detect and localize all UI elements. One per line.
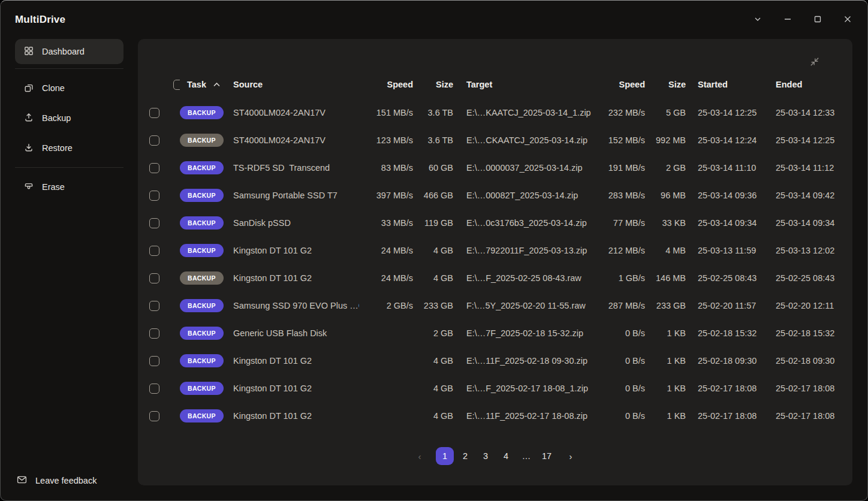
table-row[interactable]: BACKUP ST4000LM024-2AN17V 151 MB/s 3.6 T… <box>138 99 852 126</box>
row-checkbox[interactable] <box>149 411 159 421</box>
sidebar-divider <box>15 68 123 69</box>
task-badge: BACKUP <box>180 382 224 395</box>
row-checkbox[interactable] <box>149 356 159 366</box>
pagination-page-1[interactable]: 1 <box>436 447 454 465</box>
column-size[interactable]: Size <box>413 80 453 89</box>
sidebar-item-backup[interactable]: Backup <box>15 107 79 129</box>
table-row[interactable]: BACKUP ST4000LM024-2AN17V 123 MB/s 3.6 T… <box>138 126 852 154</box>
leave-feedback-label: Leave feedback <box>35 476 97 485</box>
maximize-icon <box>813 15 822 25</box>
sidebar-item-dashboard[interactable]: Dashboard <box>15 39 123 64</box>
column-target[interactable]: Target <box>453 80 595 89</box>
table-row[interactable]: BACKUP Kingston DT 101 G2 4 GB E:\…11F_2… <box>138 402 852 430</box>
row-checkbox[interactable] <box>149 246 159 256</box>
pagination-page-3[interactable]: 3 <box>477 447 495 465</box>
task-badge: BACKUP <box>180 271 224 285</box>
row-target: E:\…CKAATCJ_2025-03-14.zip <box>453 135 595 145</box>
leave-feedback-button[interactable]: Leave feedback <box>16 474 123 487</box>
envelope-icon <box>16 474 28 487</box>
menu-button[interactable] <box>743 1 773 39</box>
row-target-size: 146 MB <box>645 273 686 283</box>
maximize-button[interactable] <box>803 1 833 39</box>
sidebar-spacer <box>15 202 123 474</box>
row-source-size: 4 GB <box>413 384 453 393</box>
titlebar: MultiDrive <box>1 1 867 39</box>
pagination-page-4[interactable]: 4 <box>497 447 515 465</box>
minimize-button[interactable] <box>773 1 803 39</box>
row-ended: 25-03-14 12:33 <box>764 108 852 117</box>
pagination-ellipsis: … <box>517 447 535 465</box>
row-ended: 25-03-14 12:25 <box>764 135 852 145</box>
table-row[interactable]: BACKUP Kingston DT 101 G2 24 MB/s 4 GB E… <box>138 264 852 292</box>
row-checkbox[interactable] <box>149 218 159 228</box>
row-ended: 25-02-17 18:08 <box>764 384 852 393</box>
row-checkbox[interactable] <box>149 191 159 201</box>
row-target-size: 1 KB <box>645 328 686 338</box>
row-checkbox[interactable] <box>149 328 159 339</box>
table-row[interactable]: BACKUP TS-RDF5 SD Transcend 83 MB/s 60 G… <box>138 154 852 182</box>
row-target: E:\…7922011F_2025-03-13.zip <box>453 246 595 255</box>
row-checkbox[interactable] <box>149 301 159 311</box>
table-row[interactable]: BACKUP Samsung SSD 970 EVO Plus …GB 2 GB… <box>138 292 852 319</box>
select-all-checkbox[interactable] <box>173 80 180 90</box>
row-target-speed: 0 B/s <box>595 356 645 366</box>
sidebar-item-label: Backup <box>42 113 71 123</box>
row-source: Kingston DT 101 G2 <box>233 411 359 421</box>
row-source-size: 466 GB <box>413 191 453 200</box>
pagination-prev-button[interactable]: ‹ <box>411 447 429 465</box>
table-row[interactable]: BACKUP Kingston DT 101 G2 4 GB E:\…11F_2… <box>138 347 852 375</box>
row-target-speed: 0 B/s <box>595 328 645 338</box>
table-row[interactable]: BACKUP SanDisk pSSD 33 MB/s 119 GB E:\…0… <box>138 209 852 237</box>
sidebar-item-restore[interactable]: Restore <box>15 137 81 159</box>
table-row[interactable]: BACKUP Generic USB Flash Disk 2 GB E:\…7… <box>138 319 852 347</box>
column-speed[interactable]: Speed <box>359 80 413 89</box>
row-source: Generic USB Flash Disk <box>233 328 359 338</box>
row-checkbox[interactable] <box>149 163 159 173</box>
pagination-page-2[interactable]: 2 <box>456 447 474 465</box>
row-started: 25-02-25 08:43 <box>686 273 764 283</box>
table-row[interactable]: BACKUP Samsung Portable SSD T7 397 MB/s … <box>138 182 852 209</box>
row-source-speed: 123 MB/s <box>359 135 413 145</box>
row-source-size: 3.6 TB <box>413 108 453 117</box>
column-ended[interactable]: Ended <box>764 80 852 89</box>
row-target: E:\…F_2025-02-25 08-43.raw <box>453 273 595 283</box>
row-ended: 25-02-20 12:11 <box>764 301 852 310</box>
table-header: Task Source Speed Size Target Speed Size… <box>138 76 852 93</box>
table-row[interactable]: BACKUP Kingston DT 101 G2 4 GB E:\…F_202… <box>138 375 852 402</box>
task-badge: BACKUP <box>180 327 224 340</box>
row-ended: 25-03-14 09:34 <box>764 218 852 228</box>
row-target-size: 33 KB <box>645 218 686 228</box>
copy-icon <box>23 82 34 95</box>
row-ended: 25-02-18 09:30 <box>764 356 852 366</box>
row-ended: 25-03-13 12:02 <box>764 246 852 255</box>
sidebar: Dashboard Clone Backup <box>1 39 138 500</box>
column-source[interactable]: Source <box>233 80 359 89</box>
sidebar-item-clone[interactable]: Clone <box>15 77 73 99</box>
content-panel: Task Source Speed Size Target Speed Size… <box>138 39 852 485</box>
column-target-speed[interactable]: Speed <box>595 80 645 89</box>
column-started[interactable]: Started <box>686 80 764 89</box>
row-checkbox[interactable] <box>149 273 159 283</box>
row-source: Kingston DT 101 G2 <box>233 384 359 393</box>
download-icon <box>23 142 34 155</box>
column-target-size[interactable]: Size <box>645 80 686 89</box>
task-badge: BACKUP <box>180 244 224 257</box>
row-checkbox[interactable] <box>149 108 159 118</box>
row-target-speed: 0 B/s <box>595 384 645 393</box>
row-checkbox[interactable] <box>149 384 159 394</box>
column-task-sort[interactable]: Task <box>180 80 233 89</box>
row-source-size: 4 GB <box>413 356 453 366</box>
pagination-page-17[interactable]: 17 <box>538 447 556 465</box>
row-target: E:\…0c3176b3_2025-03-14.zip <box>453 218 595 228</box>
task-badge: BACKUP <box>180 189 224 202</box>
collapse-panel-button[interactable] <box>807 55 822 70</box>
row-target-size: 1 KB <box>645 384 686 393</box>
table-row[interactable]: BACKUP Kingston DT 101 G2 24 MB/s 4 GB E… <box>138 237 852 264</box>
row-checkbox[interactable] <box>149 135 159 146</box>
sidebar-item-erase[interactable]: Erase <box>15 176 73 198</box>
row-ended: 25-03-14 09:42 <box>764 191 852 200</box>
close-button[interactable] <box>833 1 863 39</box>
task-badge: BACKUP <box>180 216 224 230</box>
row-started: 25-02-18 09:30 <box>686 356 764 366</box>
pagination-next-button[interactable]: › <box>562 447 580 465</box>
